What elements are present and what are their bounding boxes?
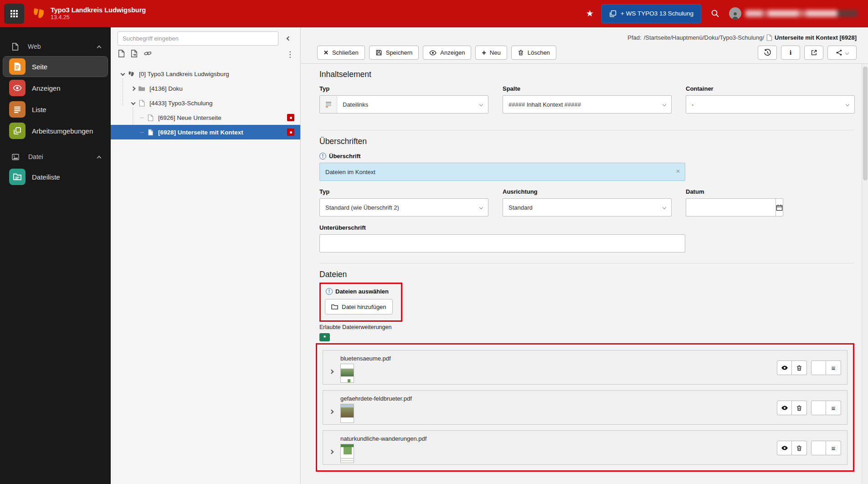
new-button[interactable]: + Neu (475, 46, 507, 60)
delete-button[interactable]: Löschen (511, 46, 556, 60)
user-avatar[interactable] (729, 7, 741, 20)
dateien-auswaehlen-label-row: ! Dateien auswählen (326, 288, 393, 295)
bookmark-star-icon[interactable]: ★ (586, 8, 594, 19)
chevron-down-icon (845, 51, 849, 54)
image-icon (12, 154, 19, 160)
view-button[interactable]: Anzeigen (423, 46, 471, 60)
chevron-down-icon (663, 103, 666, 106)
ueberschrift-typ-select[interactable]: Standard (wie Überschrift 2) (319, 198, 488, 216)
tree-item-root[interactable]: [0] Typo3 Landkreis Ludwigsburg (111, 67, 300, 81)
sidebar-item-dateiliste[interactable]: Dateiliste (3, 166, 108, 187)
module-sidebar: Web Seite Anzeigen Liste Arbeitsumgeb (0, 27, 111, 484)
dateiliste-module-icon (9, 169, 26, 185)
search-icon[interactable] (711, 9, 719, 18)
ueberschrift-typ-value: Standard (wie Überschrift 2) (320, 204, 405, 211)
pdf-thumbnail (340, 404, 354, 423)
spalte-select-value: ##### Inhalt Kontext ##### (503, 101, 586, 108)
info-icon: i (790, 49, 791, 57)
info-circle-icon: ! (326, 288, 333, 295)
workspace-button[interactable]: + WS TYPO3 13 Schulung (601, 4, 701, 23)
page-icon (146, 129, 155, 136)
container-select[interactable]: - (686, 95, 855, 113)
open-in-new-window-button[interactable] (804, 46, 823, 60)
info-button[interactable]: i (781, 46, 800, 60)
file-drag-handle[interactable]: ≡ (826, 401, 841, 415)
view-button-label: Anzeigen (440, 49, 465, 56)
sidebar-section-web[interactable]: Web (0, 37, 111, 56)
typo3-version: 13.4.25 (51, 14, 146, 21)
chevron-right-icon[interactable] (330, 407, 333, 415)
chevron-left-icon (286, 36, 291, 41)
module-menu-button[interactable] (4, 4, 24, 24)
trash-icon (518, 49, 524, 56)
site-brand: Typo3 Landkreis Ludwigsburg 13.4.25 (51, 6, 146, 21)
delete-file-button[interactable] (792, 360, 807, 375)
chevron-down-icon (118, 72, 127, 76)
new-page-drag-icon[interactable] (131, 50, 138, 59)
sidebar-item-label: Seite (32, 63, 47, 71)
spalte-select[interactable]: ##### Inhalt Kontext ##### (503, 95, 672, 113)
menu-bars-icon: ≡ (832, 405, 836, 412)
file-record-row: naturkundliche-wanderungen.pdf (323, 430, 847, 465)
page-tree-panel: ⋮ [0] Typo3 Landkreis Ludwigsburg [4136]… (111, 27, 301, 484)
save-button[interactable]: Speichern (369, 46, 419, 60)
clear-icon[interactable]: ✕ (676, 168, 680, 175)
sidebar-item-anzeigen[interactable]: Anzeigen (3, 77, 108, 98)
page-tree: [0] Typo3 Landkreis Ludwigsburg [4136] D… (111, 67, 300, 139)
arbeitsumgebungen-module-icon (9, 123, 26, 139)
container-label: Container (686, 85, 855, 92)
tree-item-label: [4136] Doku (149, 85, 183, 92)
link-icon[interactable] (144, 50, 152, 59)
sidebar-item-liste[interactable]: Liste (3, 99, 108, 120)
history-button[interactable] (758, 46, 777, 60)
ausrichtung-label: Ausrichtung (503, 188, 672, 195)
hide-file-button[interactable] (777, 401, 792, 415)
calendar-button[interactable] (776, 198, 783, 216)
info-circle-icon: ! (319, 153, 326, 160)
file-drag-handle[interactable]: ≡ (826, 441, 841, 455)
new-page-icon[interactable] (118, 50, 125, 59)
datum-input[interactable] (686, 198, 776, 216)
workspace-icon (609, 10, 616, 17)
sidebar-item-arbeitsumgebungen[interactable]: Arbeitsumgebungen (3, 120, 108, 141)
page-icon (146, 114, 155, 121)
eye-icon (429, 49, 437, 57)
tree-item-label: [6928] Unterseite mit Kontext (158, 129, 243, 136)
user-name-redacted[interactable] (745, 10, 862, 17)
chevron-right-icon[interactable] (330, 447, 333, 455)
share-button[interactable] (827, 46, 857, 60)
tree-item-typo3-schulung[interactable]: [4433] Typo3-Schulung (111, 96, 300, 110)
file-drag-handle[interactable]: ≡ (826, 360, 841, 375)
ueberschrift-input[interactable] (319, 163, 685, 181)
topbar: Typo3 Landkreis Ludwigsburg 13.4.25 ★ + … (0, 0, 868, 27)
tree-item-unterseite-mit-kontext[interactable]: [6928] Unterseite mit Kontext (111, 125, 300, 139)
hide-file-button[interactable] (777, 441, 792, 455)
close-button[interactable]: ✕ Schließen (317, 46, 365, 60)
tree-item-label: [0] Typo3 Landkreis Ludwigsburg (139, 71, 229, 77)
collapse-tree-button[interactable] (282, 32, 295, 45)
file-extra-button[interactable] (811, 360, 826, 375)
unterueberschrift-input[interactable] (319, 234, 685, 252)
section-heading-dateien: Dateien (319, 270, 855, 279)
path-prefix: Pfad: (627, 34, 641, 41)
hide-file-button[interactable] (777, 360, 792, 375)
scrollbar[interactable] (862, 64, 868, 484)
tree-item-doku[interactable]: [4136] Doku (111, 81, 300, 96)
chevron-right-icon[interactable] (330, 367, 333, 375)
tree-item-neue-unterseite[interactable]: [6926] Neue Unterseite (111, 110, 300, 125)
file-extra-button[interactable] (811, 441, 826, 455)
file-extra-button[interactable] (811, 401, 826, 415)
sidebar-section-datei[interactable]: Datei (0, 148, 111, 166)
section-divider (319, 263, 854, 263)
file-record-row: bluetensaeume.pdf (323, 350, 847, 385)
tree-more-menu-icon[interactable]: ⋮ (286, 51, 294, 58)
typ-select[interactable]: Dateilinks (319, 95, 488, 113)
tree-search-input[interactable] (118, 31, 278, 46)
delete-file-button[interactable] (792, 401, 807, 415)
ausrichtung-select[interactable]: Standard (503, 198, 672, 216)
chevron-down-icon (129, 101, 137, 105)
delete-file-button[interactable] (792, 441, 807, 455)
add-file-button[interactable]: Datei hinzufügen (325, 299, 393, 314)
sidebar-item-seite[interactable]: Seite (3, 56, 108, 77)
scrollbar-thumb[interactable] (863, 67, 868, 180)
